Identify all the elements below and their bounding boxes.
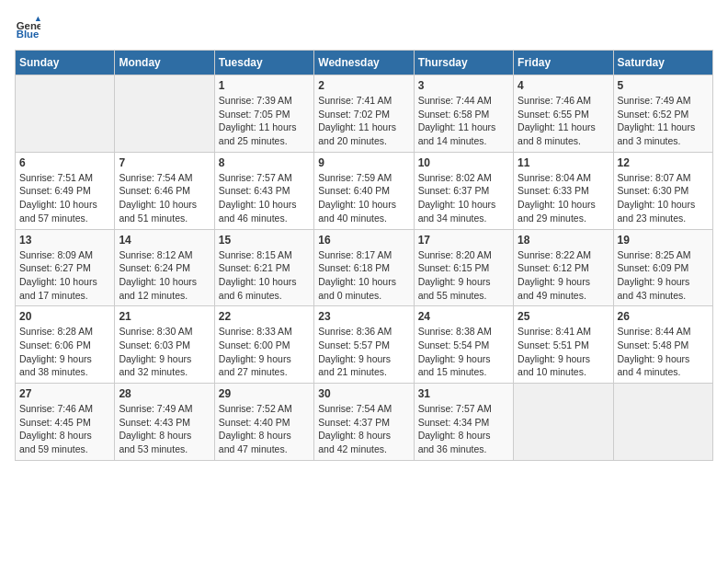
cell-content: Sunrise: 7:54 AM Sunset: 6:46 PM Dayligh… — [119, 171, 210, 225]
column-header-sunday: Sunday — [16, 51, 115, 75]
calendar-cell: 30Sunrise: 7:54 AM Sunset: 4:37 PM Dayli… — [314, 384, 414, 461]
column-header-monday: Monday — [115, 51, 214, 75]
day-number: 24 — [418, 310, 509, 323]
column-header-tuesday: Tuesday — [214, 51, 313, 75]
calendar-cell: 22Sunrise: 8:33 AM Sunset: 6:00 PM Dayli… — [214, 306, 313, 384]
week-row-4: 20Sunrise: 8:28 AM Sunset: 6:06 PM Dayli… — [16, 306, 713, 384]
day-number: 8 — [219, 156, 310, 169]
calendar-cell — [613, 384, 712, 461]
cell-content: Sunrise: 7:51 AM Sunset: 6:49 PM Dayligh… — [19, 171, 110, 225]
day-number: 5 — [618, 79, 709, 92]
cell-content: Sunrise: 8:12 AM Sunset: 6:24 PM Dayligh… — [119, 248, 210, 303]
cell-content: Sunrise: 7:39 AM Sunset: 7:05 PM Dayligh… — [219, 94, 310, 148]
calendar-cell: 5Sunrise: 7:49 AM Sunset: 6:52 PM Daylig… — [613, 75, 712, 153]
calendar-cell: 8Sunrise: 7:57 AM Sunset: 6:43 PM Daylig… — [214, 152, 313, 229]
week-row-3: 13Sunrise: 8:09 AM Sunset: 6:27 PM Dayli… — [16, 229, 713, 306]
cell-content: Sunrise: 8:04 AM Sunset: 6:33 PM Dayligh… — [518, 171, 609, 225]
day-number: 30 — [318, 387, 409, 400]
cell-content: Sunrise: 7:44 AM Sunset: 6:58 PM Dayligh… — [418, 94, 509, 148]
day-number: 12 — [618, 156, 709, 169]
cell-content: Sunrise: 8:22 AM Sunset: 6:12 PM Dayligh… — [518, 248, 609, 303]
day-number: 21 — [119, 310, 210, 323]
day-number: 3 — [418, 79, 509, 92]
cell-content: Sunrise: 7:46 AM Sunset: 4:45 PM Dayligh… — [19, 402, 110, 456]
cell-content: Sunrise: 8:33 AM Sunset: 6:00 PM Dayligh… — [219, 325, 310, 379]
cell-content: Sunrise: 8:20 AM Sunset: 6:15 PM Dayligh… — [418, 248, 509, 303]
calendar-cell: 15Sunrise: 8:15 AM Sunset: 6:21 PM Dayli… — [214, 229, 313, 306]
day-number: 18 — [518, 234, 609, 247]
cell-content: Sunrise: 7:57 AM Sunset: 4:34 PM Dayligh… — [418, 402, 509, 456]
calendar-cell: 2Sunrise: 7:41 AM Sunset: 7:02 PM Daylig… — [314, 75, 414, 153]
svg-marker-2 — [36, 17, 40, 21]
day-number: 14 — [119, 234, 210, 247]
cell-content: Sunrise: 7:59 AM Sunset: 6:40 PM Dayligh… — [318, 171, 409, 225]
cell-content: Sunrise: 8:44 AM Sunset: 5:48 PM Dayligh… — [618, 325, 709, 379]
calendar-cell: 6Sunrise: 7:51 AM Sunset: 6:49 PM Daylig… — [16, 152, 115, 229]
cell-content: Sunrise: 8:36 AM Sunset: 5:57 PM Dayligh… — [318, 325, 409, 379]
calendar-cell — [514, 384, 613, 461]
day-number: 11 — [518, 156, 609, 169]
calendar-cell: 20Sunrise: 8:28 AM Sunset: 6:06 PM Dayli… — [16, 306, 115, 384]
day-number: 26 — [618, 310, 709, 323]
calendar-cell: 3Sunrise: 7:44 AM Sunset: 6:58 PM Daylig… — [414, 75, 513, 153]
week-row-5: 27Sunrise: 7:46 AM Sunset: 4:45 PM Dayli… — [16, 384, 713, 461]
calendar-cell: 1Sunrise: 7:39 AM Sunset: 7:05 PM Daylig… — [214, 75, 313, 153]
cell-content: Sunrise: 8:25 AM Sunset: 6:09 PM Dayligh… — [618, 248, 709, 303]
calendar-cell: 13Sunrise: 8:09 AM Sunset: 6:27 PM Dayli… — [16, 229, 115, 306]
cell-content: Sunrise: 8:02 AM Sunset: 6:37 PM Dayligh… — [418, 171, 509, 225]
calendar-cell: 28Sunrise: 7:49 AM Sunset: 4:43 PM Dayli… — [115, 384, 214, 461]
calendar-cell: 17Sunrise: 8:20 AM Sunset: 6:15 PM Dayli… — [414, 229, 513, 306]
calendar-cell: 7Sunrise: 7:54 AM Sunset: 6:46 PM Daylig… — [115, 152, 214, 229]
day-number: 31 — [418, 387, 509, 400]
calendar-cell: 11Sunrise: 8:04 AM Sunset: 6:33 PM Dayli… — [514, 152, 613, 229]
calendar-cell: 4Sunrise: 7:46 AM Sunset: 6:55 PM Daylig… — [514, 75, 613, 153]
calendar-cell — [115, 75, 214, 153]
week-row-2: 6Sunrise: 7:51 AM Sunset: 6:49 PM Daylig… — [16, 152, 713, 229]
day-number: 4 — [518, 79, 609, 92]
day-number: 29 — [219, 387, 310, 400]
logo-icon: General Blue — [15, 15, 40, 40]
cell-content: Sunrise: 8:30 AM Sunset: 6:03 PM Dayligh… — [119, 325, 210, 379]
day-number: 28 — [119, 387, 210, 400]
calendar-cell — [16, 75, 115, 153]
cell-content: Sunrise: 7:54 AM Sunset: 4:37 PM Dayligh… — [318, 402, 409, 456]
cell-content: Sunrise: 7:52 AM Sunset: 4:40 PM Dayligh… — [219, 402, 310, 456]
day-number: 13 — [19, 234, 110, 247]
calendar-cell: 27Sunrise: 7:46 AM Sunset: 4:45 PM Dayli… — [16, 384, 115, 461]
calendar-table: SundayMondayTuesdayWednesdayThursdayFrid… — [15, 50, 713, 461]
day-number: 20 — [19, 310, 110, 323]
column-header-wednesday: Wednesday — [314, 51, 414, 75]
calendar-cell: 31Sunrise: 7:57 AM Sunset: 4:34 PM Dayli… — [414, 384, 513, 461]
calendar-cell: 18Sunrise: 8:22 AM Sunset: 6:12 PM Dayli… — [514, 229, 613, 306]
cell-content: Sunrise: 8:17 AM Sunset: 6:18 PM Dayligh… — [318, 248, 409, 303]
day-number: 15 — [219, 234, 310, 247]
column-header-saturday: Saturday — [613, 51, 712, 75]
header-row: SundayMondayTuesdayWednesdayThursdayFrid… — [16, 51, 713, 75]
calendar-cell: 25Sunrise: 8:41 AM Sunset: 5:51 PM Dayli… — [514, 306, 613, 384]
day-number: 25 — [518, 310, 609, 323]
calendar-cell: 29Sunrise: 7:52 AM Sunset: 4:40 PM Dayli… — [214, 384, 313, 461]
cell-content: Sunrise: 8:38 AM Sunset: 5:54 PM Dayligh… — [418, 325, 509, 379]
day-number: 23 — [318, 310, 409, 323]
column-header-thursday: Thursday — [414, 51, 513, 75]
cell-content: Sunrise: 8:41 AM Sunset: 5:51 PM Dayligh… — [518, 325, 609, 379]
cell-content: Sunrise: 7:46 AM Sunset: 6:55 PM Dayligh… — [518, 94, 609, 148]
calendar-cell: 9Sunrise: 7:59 AM Sunset: 6:40 PM Daylig… — [314, 152, 414, 229]
cell-content: Sunrise: 8:07 AM Sunset: 6:30 PM Dayligh… — [618, 171, 709, 225]
header: General Blue — [15, 15, 713, 40]
day-number: 22 — [219, 310, 310, 323]
calendar-body: 1Sunrise: 7:39 AM Sunset: 7:05 PM Daylig… — [16, 75, 713, 461]
calendar-cell: 10Sunrise: 8:02 AM Sunset: 6:37 PM Dayli… — [414, 152, 513, 229]
week-row-1: 1Sunrise: 7:39 AM Sunset: 7:05 PM Daylig… — [16, 75, 713, 153]
cell-content: Sunrise: 7:49 AM Sunset: 4:43 PM Dayligh… — [119, 402, 210, 456]
day-number: 9 — [318, 156, 409, 169]
column-header-friday: Friday — [514, 51, 613, 75]
calendar-cell: 12Sunrise: 8:07 AM Sunset: 6:30 PM Dayli… — [613, 152, 712, 229]
calendar-cell: 16Sunrise: 8:17 AM Sunset: 6:18 PM Dayli… — [314, 229, 414, 306]
calendar-cell: 19Sunrise: 8:25 AM Sunset: 6:09 PM Dayli… — [613, 229, 712, 306]
day-number: 1 — [219, 79, 310, 92]
cell-content: Sunrise: 8:28 AM Sunset: 6:06 PM Dayligh… — [19, 325, 110, 379]
day-number: 17 — [418, 234, 509, 247]
day-number: 6 — [19, 156, 110, 169]
calendar-cell: 21Sunrise: 8:30 AM Sunset: 6:03 PM Dayli… — [115, 306, 214, 384]
